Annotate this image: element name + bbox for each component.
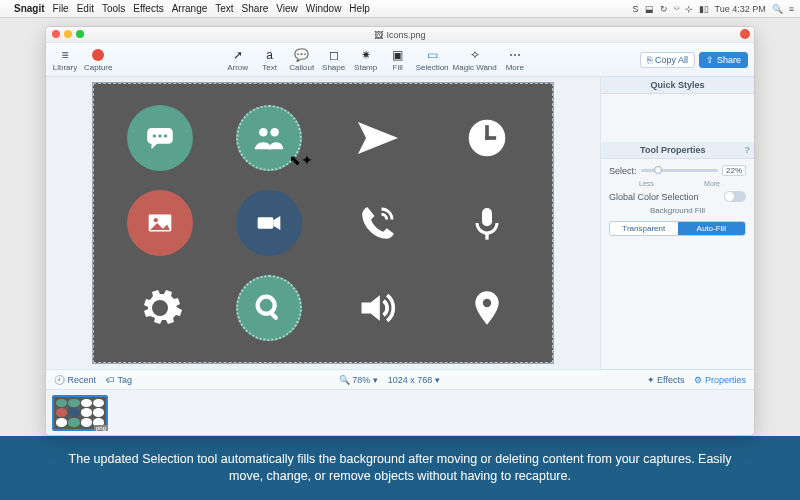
effects-label: Effects — [657, 375, 684, 385]
canvas-video-icon[interactable] — [236, 190, 302, 256]
menu-file[interactable]: File — [53, 3, 69, 14]
canvas-gear-icon[interactable] — [136, 284, 184, 332]
canvas-location-icon[interactable] — [467, 285, 507, 331]
quick-styles-header[interactable]: Quick Styles — [601, 77, 754, 94]
shape-icon: ◻ — [329, 48, 339, 62]
tool-properties-header: Tool Properties ? — [601, 142, 754, 159]
dimensions-label[interactable]: 1024 x 768 ▾ — [388, 375, 440, 385]
spotlight-icon[interactable]: 🔍 — [772, 4, 783, 14]
share-icon: ⇪ — [706, 55, 714, 65]
select-slider[interactable] — [641, 169, 718, 172]
svg-point-6 — [270, 128, 279, 136]
statusbar: 🕘 Recent 🏷 Tag 🔍 78% ▾ 1024 x 768 ▾ ✦ Ef… — [46, 369, 754, 389]
library-icon: ≡ — [61, 48, 68, 62]
menu-help[interactable]: Help — [349, 3, 370, 14]
fill-icon: ▣ — [392, 48, 403, 62]
tool-shape[interactable]: ◻Shape — [320, 48, 348, 72]
menu-arrange[interactable]: Arrange — [172, 3, 208, 14]
tool-text-label: Text — [262, 63, 277, 72]
canvas-clock-icon[interactable] — [465, 116, 509, 160]
menu-edit[interactable]: Edit — [77, 3, 94, 14]
bgfill-segment[interactable]: Transparent Auto-Fill — [609, 221, 746, 236]
thumbnail[interactable]: png — [52, 395, 108, 431]
more-icon: ⋯ — [509, 48, 521, 62]
svg-marker-7 — [358, 122, 398, 154]
tag-button[interactable]: 🏷 Tag — [106, 375, 132, 385]
tool-magicwand[interactable]: ✧Magic Wand — [453, 48, 497, 72]
canvas-area[interactable]: ⬉✦ — [46, 77, 600, 369]
seg-transparent[interactable]: Transparent — [610, 222, 678, 235]
canvas-image-icon[interactable] — [127, 190, 193, 256]
svg-point-21 — [482, 299, 490, 307]
notification-badge — [740, 29, 750, 39]
canvas-search-icon[interactable] — [236, 275, 302, 341]
menu-window[interactable]: Window — [306, 3, 342, 14]
traffic-lights[interactable] — [52, 30, 84, 38]
marketing-caption: The updated Selection tool automatically… — [0, 436, 800, 500]
selection-icon: ▭ — [427, 48, 438, 62]
tool-selection[interactable]: ▭Selection — [416, 48, 449, 72]
recent-button[interactable]: 🕘 Recent — [54, 375, 96, 385]
thumb-format-label: png — [94, 425, 108, 431]
library-label: Library — [53, 63, 77, 72]
close-icon[interactable] — [52, 30, 60, 38]
menubar-status: S ⬓ ↻ ⌔ ⊹ ▮▯ Tue 4:32 PM 🔍 ≡ — [633, 4, 794, 14]
titlebar[interactable]: 🖼 Icons.png — [46, 27, 754, 43]
app-name[interactable]: Snagit — [14, 3, 45, 14]
select-value[interactable]: 22% — [722, 165, 746, 176]
svg-point-2 — [158, 134, 161, 137]
copy-all-button[interactable]: ⎘Copy All — [640, 52, 695, 68]
menu-icon[interactable]: ≡ — [789, 4, 794, 14]
less-label: Less — [639, 180, 654, 187]
status-icon: S — [633, 4, 639, 14]
tool-callout-label: Callout — [289, 63, 314, 72]
copy-icon: ⎘ — [647, 55, 652, 65]
tool-arrow[interactable]: ➚Arrow — [224, 48, 252, 72]
tool-stamp-label: Stamp — [354, 63, 377, 72]
menu-text[interactable]: Text — [215, 3, 233, 14]
canvas-call-icon[interactable] — [357, 202, 399, 244]
bgfill-label: Background Fill — [609, 206, 746, 215]
menu-view[interactable]: View — [276, 3, 298, 14]
tool-fill[interactable]: ▣Fill — [384, 48, 412, 72]
clock: Tue 4:32 PM — [715, 4, 766, 14]
svg-point-1 — [152, 134, 155, 137]
tool-arrow-label: Arrow — [227, 63, 248, 72]
mac-menubar: Snagit File Edit Tools Effects Arrange T… — [0, 0, 800, 18]
capture-label: Capture — [84, 63, 112, 72]
menu-share[interactable]: Share — [242, 3, 269, 14]
tool-callout[interactable]: 💬Callout — [288, 48, 316, 72]
share-button[interactable]: ⇪Share — [699, 52, 748, 68]
canvas-volume-icon[interactable] — [356, 286, 400, 330]
thumbnail-tray: png — [46, 389, 754, 435]
capture-button[interactable]: Capture — [84, 48, 112, 72]
filename-label: Icons.png — [386, 30, 425, 40]
magicwand-icon: ✧ — [470, 48, 480, 62]
seg-autofill[interactable]: Auto-Fill — [678, 222, 746, 235]
text-icon: a — [266, 48, 273, 62]
canvas-send-icon[interactable] — [354, 114, 402, 162]
effects-button[interactable]: ✦ Effects — [647, 375, 685, 385]
zoom-control[interactable]: 🔍 78% ▾ — [339, 375, 378, 385]
menu-tools[interactable]: Tools — [102, 3, 125, 14]
canvas-selection[interactable]: ⬉✦ — [93, 83, 553, 363]
help-icon[interactable]: ? — [745, 145, 751, 155]
tool-selection-label: Selection — [416, 63, 449, 72]
wifi-icon: ⌔ — [674, 4, 679, 14]
tool-text[interactable]: aText — [256, 48, 284, 72]
svg-marker-4 — [151, 142, 158, 149]
menu-effects[interactable]: Effects — [133, 3, 163, 14]
maximize-icon[interactable] — [76, 30, 84, 38]
minimize-icon[interactable] — [64, 30, 72, 38]
svg-rect-17 — [485, 233, 488, 240]
global-color-toggle[interactable] — [724, 191, 746, 202]
canvas-mic-icon[interactable] — [467, 203, 507, 243]
canvas-chat-icon[interactable] — [127, 105, 193, 171]
library-button[interactable]: ≡ Library — [52, 48, 78, 72]
share-label: Share — [717, 55, 741, 65]
tool-stamp[interactable]: ✷Stamp — [352, 48, 380, 72]
tool-more[interactable]: ⋯More — [501, 48, 529, 72]
cursor-icon: ⬉✦ — [289, 152, 313, 168]
tool-properties-label: Tool Properties — [640, 145, 705, 155]
properties-button[interactable]: ⚙ Properties — [694, 375, 746, 385]
